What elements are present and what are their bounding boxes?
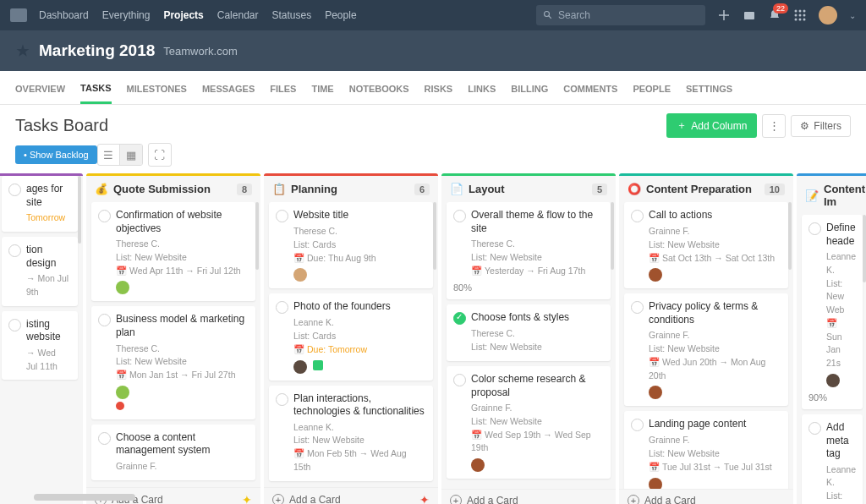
nav-people[interactable]: People <box>325 9 356 21</box>
card[interactable]: Call to actionsGrainne F.List: New Websi… <box>624 202 788 288</box>
card[interactable]: Overall theme & flow to the siteTherese … <box>447 202 611 299</box>
add-icon[interactable] <box>717 8 731 22</box>
avatar-icon[interactable] <box>116 281 129 294</box>
card-title: Privacy policy & terms & conditions <box>649 300 780 326</box>
avatar-icon[interactable] <box>649 478 662 489</box>
user-avatar[interactable] <box>819 6 837 25</box>
nav-calendar[interactable]: Calendar <box>217 9 259 21</box>
card[interactable]: Business model & marketing planTherese C… <box>91 306 255 419</box>
avatar-icon[interactable] <box>826 374 840 387</box>
avatar-icon[interactable] <box>649 268 662 282</box>
tab-overview[interactable]: OVERVIEW <box>15 73 65 102</box>
check-icon[interactable] <box>8 184 21 196</box>
check-icon[interactable] <box>8 244 21 257</box>
column-tag-icon[interactable]: ✦ <box>242 493 252 504</box>
check-icon[interactable] <box>631 419 644 431</box>
check-icon[interactable] <box>453 312 466 325</box>
card[interactable]: Add meta tagLeanne K.List: New Webs📅Sat … <box>802 414 863 504</box>
nav-projects[interactable]: Projects <box>163 9 203 21</box>
card[interactable]: Plan interactions, technologies & functi… <box>269 386 433 481</box>
avatar-icon[interactable] <box>471 458 485 472</box>
more-button[interactable]: ⋮ <box>762 114 786 138</box>
search-input[interactable]: Search <box>536 5 705 25</box>
column-header[interactable]: 📄Layout5 <box>441 176 616 202</box>
avatar-icon[interactable] <box>649 386 662 399</box>
column-header[interactable]: 📝Content Im <box>797 176 866 215</box>
tab-milestones[interactable]: MILESTONES <box>127 73 187 102</box>
tab-time[interactable]: TIME <box>311 73 333 102</box>
tab-links[interactable]: LINKS <box>468 73 496 102</box>
card[interactable]: Choose fonts & stylesTherese C.List: New… <box>447 304 611 361</box>
avatar-icon[interactable] <box>116 386 129 399</box>
check-icon[interactable] <box>98 432 111 445</box>
nav-statuses[interactable]: Statuses <box>271 9 311 21</box>
horizontal-scrollbar[interactable] <box>34 494 135 501</box>
card[interactable]: Choose a content management systemGrainn… <box>91 425 255 480</box>
apps-icon[interactable] <box>793 8 807 22</box>
card[interactable]: Privacy policy & terms & conditionsGrain… <box>624 293 788 406</box>
expand-button[interactable]: ⛶ <box>148 143 172 167</box>
card[interactable]: Website titleTherese C.List: Cards📅Due: … <box>269 202 433 288</box>
tab-people[interactable]: PEOPLE <box>633 73 671 102</box>
card-title: Overall theme & flow to the site <box>471 209 602 235</box>
project-bar: Marketing 2018 Teamwork.com <box>0 30 866 71</box>
check-icon[interactable] <box>8 319 21 331</box>
star-icon[interactable] <box>15 43 30 58</box>
list-view-button[interactable]: ☰ <box>98 145 120 165</box>
tab-notebooks[interactable]: NOTEBOOKS <box>349 73 409 102</box>
comment-icon[interactable] <box>313 360 323 370</box>
tab-settings[interactable]: SETTINGS <box>686 73 732 102</box>
check-icon[interactable] <box>276 301 288 314</box>
check-icon[interactable] <box>808 422 821 435</box>
tab-files[interactable]: FILES <box>270 73 296 102</box>
filters-button[interactable]: ⚙Filters <box>791 115 851 137</box>
card[interactable]: Color scheme research & proposalGrainne … <box>447 366 611 479</box>
add-column-button[interactable]: ＋Add Column <box>666 113 757 138</box>
card[interactable]: Define headeLeanne K.List: New Web📅Sun J… <box>802 215 863 409</box>
logo-icon[interactable] <box>10 8 27 22</box>
card[interactable]: tion design→ Mon Jul 9th <box>2 237 78 306</box>
card[interactable]: Photo of the foundersLeanne K.List: Card… <box>269 293 433 380</box>
card[interactable]: Confirmation of website objectivesTheres… <box>91 202 255 301</box>
nav-everything[interactable]: Everything <box>102 9 151 21</box>
board-view-button[interactable]: ▦ <box>120 145 142 165</box>
column-tag-icon[interactable]: ✦ <box>419 493 430 504</box>
card-meta: Grainne F.List: New Website📅Wed Sep 19th… <box>471 402 602 455</box>
column-header[interactable]: 💰Quote Submission8 <box>86 176 260 202</box>
check-icon[interactable] <box>453 210 466 222</box>
check-icon[interactable] <box>808 222 821 235</box>
folder-icon[interactable] <box>743 8 756 22</box>
check-icon[interactable] <box>631 301 644 314</box>
avatar-icon[interactable] <box>293 268 307 282</box>
tab-messages[interactable]: MESSAGES <box>202 73 255 102</box>
column-header[interactable]: ⭕Content Preparation10 <box>619 176 793 202</box>
avatar-icon[interactable] <box>293 360 307 374</box>
svg-point-0 <box>545 12 550 17</box>
card-title: Add meta tag <box>826 421 854 461</box>
add-card-button[interactable]: +Add a Card <box>441 489 616 504</box>
check-icon[interactable] <box>276 393 288 406</box>
check-icon[interactable] <box>98 314 111 326</box>
tab-comments[interactable]: COMMENTS <box>563 73 617 102</box>
card-title: isting website <box>26 318 69 344</box>
column-header[interactable]: 📋Planning6 <box>264 176 438 202</box>
add-card-button[interactable]: +Add a Card <box>619 489 793 504</box>
card-title: Define heade <box>826 222 856 248</box>
bell-icon[interactable]: 22 <box>768 8 781 22</box>
check-icon[interactable] <box>98 210 111 222</box>
check-icon[interactable] <box>631 210 644 222</box>
svg-rect-2 <box>744 12 754 19</box>
nav-dashboard[interactable]: Dashboard <box>39 9 89 21</box>
tab-billing[interactable]: BILLING <box>511 73 548 102</box>
add-card-button[interactable]: +Add a Card✦ <box>264 487 438 504</box>
card[interactable]: ages for siteTomorrow <box>2 176 78 232</box>
check-icon[interactable] <box>276 210 288 222</box>
chevron-down-icon[interactable]: ⌄ <box>849 11 856 20</box>
show-backlog-button[interactable]: • Show Backlog <box>15 145 97 164</box>
card[interactable]: Landing page contentGrainne F.List: New … <box>624 411 788 489</box>
tab-tasks[interactable]: TASKS <box>80 72 111 104</box>
card-avatars <box>649 386 780 399</box>
check-icon[interactable] <box>453 374 466 386</box>
card[interactable]: isting website→ Wed Jul 11th <box>2 311 78 381</box>
tab-risks[interactable]: RISKS <box>425 73 453 102</box>
